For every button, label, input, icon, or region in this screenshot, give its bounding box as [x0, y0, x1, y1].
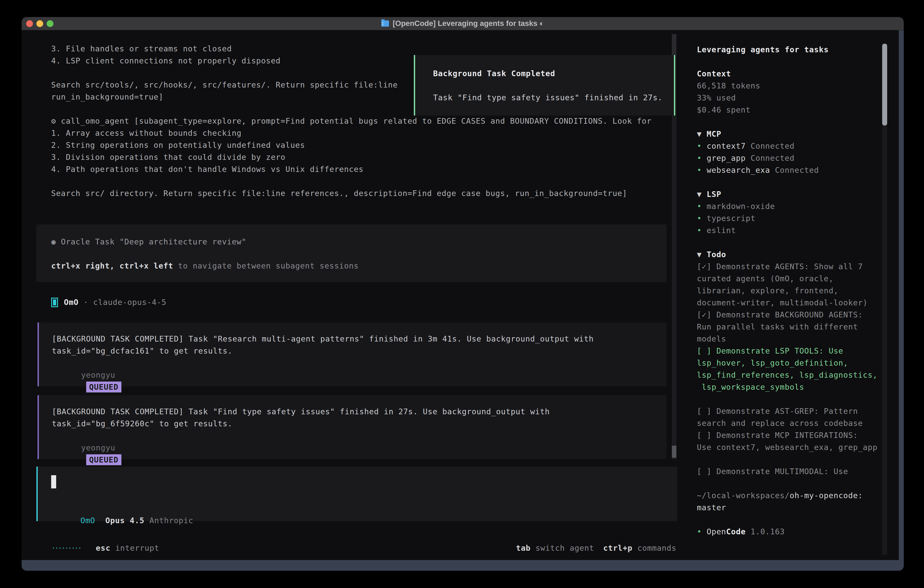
sidebar-scrollbar-thumb[interactable] [882, 44, 887, 126]
text-line: • OpenCode 1.0.163 [697, 526, 879, 538]
text-line [697, 514, 879, 526]
tab-key-hint: tab [516, 542, 530, 554]
oracle-task-panel: ◉ Oracle Task "Deep architecture review"… [36, 225, 667, 282]
ctrlp-key-hint: ctrl+p [603, 542, 632, 554]
main-scrollbar-thumb-top[interactable] [672, 34, 676, 55]
text-line: 66,518 tokens [697, 80, 879, 92]
text-line: • typescript [697, 212, 879, 225]
titlebar: [OpenCode] Leveraging agents for tasks ◐ [21, 17, 904, 30]
window-right-edge [899, 30, 904, 560]
text-line: 1. Array access without bounds checking [51, 127, 652, 139]
session-header: OmO · claude-opus-4-5 [51, 296, 167, 308]
text-line: Use context7, websearch_exa, grep_app [697, 441, 879, 453]
text-line: [ ] Demonstrate MCP INTEGRATIONS: [697, 429, 879, 441]
sidebar-scrollbar[interactable] [882, 44, 887, 555]
text-line: [ ] Demonstrate MULTIMODAL: Use [697, 466, 879, 477]
esc-key-hint: esc [96, 542, 110, 554]
text-line [697, 176, 879, 188]
input-agent-name: OmO [81, 516, 95, 525]
status-badge: QUEUED [86, 382, 121, 393]
text-line: 33% used [697, 92, 879, 104]
text-line: [✓] Demonstrate AGENTS: Show all 7 [697, 261, 879, 273]
text-line: 3. Division operations that could divide… [51, 151, 652, 163]
notification-title: Background Task Completed [433, 68, 674, 79]
text-cursor [51, 475, 56, 489]
message-text: task_id="bg_dcfac161" to get results. [52, 346, 233, 355]
message-author: yeongyu [81, 443, 115, 452]
text-line: 4. Path operations that don't handle Win… [51, 163, 652, 175]
text-line: 2. String operations on potentially unde… [51, 139, 652, 151]
text-line [697, 477, 879, 489]
text-line: [ ] Demonstrate AST-GREP: Pattern [697, 405, 879, 417]
text-line: lsp_find_references, lsp_diagnostics, [697, 369, 879, 381]
prompt-input[interactable]: OmOOpus 4.5Anthropic [36, 467, 677, 521]
text-line: ▼ MCP [697, 128, 879, 140]
background-task-notification[interactable]: Background Task Completed Task "Find typ… [414, 55, 675, 116]
text-line: $0.46 spent [697, 104, 879, 116]
message-text: [BACKGROUND TASK COMPLETED] Task "Resear… [52, 334, 594, 344]
oracle-task-hint: ctrl+x right, ctrl+x left to navigate be… [51, 260, 667, 272]
spinner-dots-icon: ········· [51, 542, 81, 554]
text-line: • eslint [697, 225, 879, 236]
window-title: [OpenCode] Leveraging agents for tasks ◐ [393, 19, 544, 28]
text-line: [ ] Demonstrate LSP TOOLS: Use [697, 345, 879, 357]
model-selector[interactable]: OmOOpus 4.5Anthropic [51, 502, 193, 538]
text-line: Search src/ directory. Return specific f… [51, 187, 652, 200]
text-line: ▼ LSP [697, 188, 879, 200]
text-line: Leveraging agents for tasks [697, 44, 879, 56]
background-task-message-1: [BACKGROUND TASK COMPLETED] Task "Resear… [38, 322, 667, 386]
text-line [697, 453, 879, 466]
text-line: • markdown-oxide [697, 200, 879, 212]
text-line [697, 236, 879, 249]
text-line: document-writer, multimodal-looker) [697, 297, 879, 309]
text-line [697, 393, 879, 405]
text-line: curated agents (OmO, oracle, [697, 273, 879, 285]
input-model-name: Opus 4.5 [105, 516, 144, 525]
status-badge: QUEUED [86, 454, 121, 465]
background-task-message-2: [BACKGROUND TASK COMPLETED] Task "Find t… [38, 395, 667, 459]
app-window: [OpenCode] Leveraging agents for tasks ◐… [21, 17, 904, 571]
main-scrollbar-thumb[interactable] [672, 446, 676, 458]
text-line: • grep_app Connected [697, 152, 879, 164]
text-line: search and replace across codebase [697, 417, 879, 429]
sidebar: Leveraging agents for tasks Context66,51… [697, 44, 879, 538]
text-line: ⚙ call_omo_agent [subagent_type=explore,… [51, 115, 652, 127]
text-line [697, 116, 879, 128]
message-text: [BACKGROUND TASK COMPLETED] Task "Find t… [52, 407, 550, 416]
text-line: Run parallel tasks with different [697, 321, 879, 333]
text-line: lsp_hover, lsp_goto_definition, [697, 357, 879, 369]
text-line: Context [697, 68, 879, 80]
text-line [697, 56, 879, 68]
window-footer [21, 560, 904, 571]
text-line: [✓] Demonstrate BACKGROUND AGENTS: [697, 309, 879, 321]
input-provider: Anthropic [149, 516, 193, 525]
folder-icon [381, 20, 389, 26]
text-line: lsp_workspace_symbols [697, 381, 879, 393]
agent-name: OmO [64, 296, 78, 308]
text-line: master [697, 502, 879, 514]
text-line: librarian, explore, frontend, [697, 285, 879, 297]
agent-icon [51, 297, 58, 307]
text-line [51, 175, 652, 187]
session-model: · claude-opus-4-5 [78, 296, 166, 308]
oracle-task-title: ◉ Oracle Task "Deep architecture review" [51, 236, 667, 248]
status-bar: ········· esc interrupt tab switch agent… [51, 542, 676, 554]
text-line: • context7 Connected [697, 140, 879, 152]
text-line: ▼ Todo [697, 249, 879, 261]
text-line: models [697, 333, 879, 345]
text-line: 3. File handles or streams not closed [51, 43, 652, 55]
maximize-button[interactable] [46, 20, 53, 27]
text-line: • websearch_exa Connected [697, 164, 879, 176]
message-text: task_id="bg_6f59260c" to get results. [52, 419, 233, 428]
notification-body: Task "Find type safety issues" finished … [433, 92, 674, 104]
close-button[interactable] [26, 20, 33, 27]
minimize-button[interactable] [36, 20, 43, 27]
message-author: yeongyu [81, 370, 115, 380]
text-line: ~/local-workspaces/oh-my-opencode: [697, 489, 879, 502]
